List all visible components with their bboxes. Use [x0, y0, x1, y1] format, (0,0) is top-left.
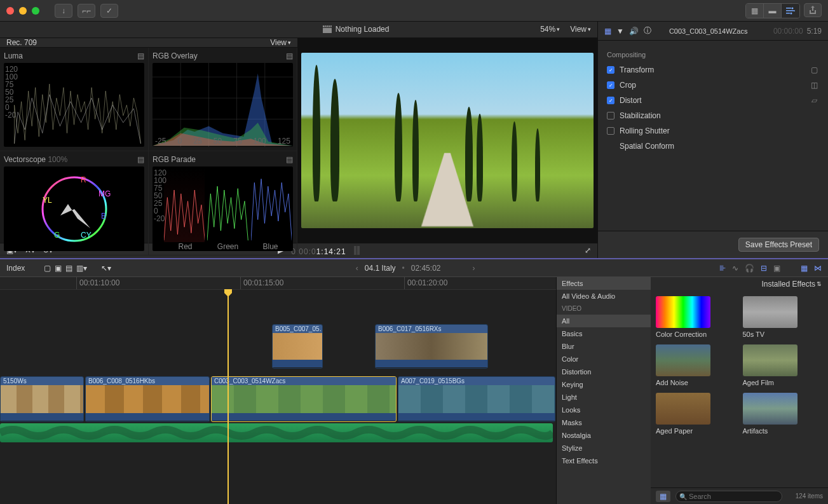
svg-point-3	[792, 7, 794, 9]
save-effects-preset-button[interactable]: Save Effects Preset	[738, 238, 819, 252]
inspector-row-stabilization[interactable]: Stabilization	[607, 108, 819, 123]
view-dropdown[interactable]: View ▾	[570, 25, 591, 34]
playhead[interactable]	[227, 290, 229, 504]
share-button[interactable]	[804, 3, 822, 17]
audio-meter-icon	[354, 246, 360, 255]
svg-text:CY: CY	[81, 231, 92, 240]
vector-title: Vectorscope	[4, 155, 46, 164]
primary-clip-2[interactable]: B006_C008_0516HKbs	[85, 376, 210, 422]
tl-opt-fx[interactable]: ▦	[801, 264, 808, 273]
primary-clip-1[interactable]: 5150Ws	[0, 376, 84, 422]
crop-icon[interactable]: ◫	[809, 81, 819, 90]
clapper-icon	[323, 25, 332, 33]
connected-clip-2[interactable]: B006_C017_0516RXs	[375, 324, 488, 369]
transform-icon[interactable]: ▢	[809, 65, 819, 74]
fx-cat-blur[interactable]: Blur	[557, 340, 651, 353]
primary-clip-4[interactable]: A007_C019_0515BGs	[398, 376, 555, 422]
inspector-audio-tab[interactable]: 🔊	[629, 27, 639, 36]
fx-item-aged-film[interactable]: Aged Film	[743, 344, 824, 386]
inspector-row-transform[interactable]: ✓ Transform ▢	[607, 62, 819, 78]
tl-layout-3[interactable]: ▤	[65, 264, 72, 273]
fx-cat-masks[interactable]: Masks	[557, 416, 651, 429]
tl-opt-trans[interactable]: ⋈	[814, 264, 822, 273]
fx-cat-nostalgia[interactable]: Nostalgia	[557, 429, 651, 442]
timeline-index-button[interactable]: Index	[6, 264, 25, 273]
inspector-row-crop[interactable]: ✓ Crop ◫	[607, 78, 819, 93]
inspector-row-rolling-shutter[interactable]: Rolling Shutter	[607, 123, 819, 139]
timeline-tracks[interactable]: B005_C007_05… B006_C017_0516RXs 5150Ws B…	[0, 290, 556, 504]
fx-item-artifacts[interactable]: Artifacts	[743, 393, 824, 435]
fx-cat-video: VIDEO	[557, 303, 651, 315]
inspector-filter-tab[interactable]: ▼	[616, 27, 624, 36]
tl-opt-3[interactable]: 🎧	[745, 264, 754, 273]
fx-item-50s-tv[interactable]: 50s TV	[743, 296, 824, 338]
tl-layout-1[interactable]: ▢	[44, 264, 51, 273]
minimize-window-button[interactable]	[19, 7, 27, 15]
fx-cat-all-video-audio[interactable]: All Video & Audio	[557, 290, 651, 303]
fx-cat-keying[interactable]: Keying	[557, 378, 651, 391]
inspector-info-tab[interactable]: ⓘ	[644, 25, 651, 36]
viewer-canvas-area[interactable]	[297, 38, 597, 243]
fx-item-add-noise[interactable]: Add Noise	[656, 344, 736, 386]
arrow-tool[interactable]: ↖▾	[101, 264, 111, 273]
tl-layout-2[interactable]: ▣	[55, 264, 62, 273]
maximize-window-button[interactable]	[32, 7, 39, 15]
tl-opt-4[interactable]: ⊟	[761, 264, 767, 273]
keyword-button[interactable]: ⌐⌐	[78, 4, 95, 18]
import-button[interactable]: ↓	[55, 4, 72, 18]
tl-layout-4[interactable]: ▥▾	[76, 264, 87, 273]
audio-track[interactable]	[0, 423, 553, 442]
svg-text:R: R	[81, 175, 86, 184]
rolling-shutter-checkbox[interactable]	[607, 127, 614, 135]
transform-checkbox[interactable]: ✓	[607, 66, 614, 74]
distort-icon[interactable]: ▱	[809, 96, 819, 105]
tl-opt-5[interactable]: ▣	[773, 264, 780, 273]
titlebar: ↓ ⌐⌐ ✓ ▦ ▬	[0, 0, 828, 22]
inspector-tc: 5:19	[807, 27, 822, 36]
fx-cat-color[interactable]: Color	[557, 353, 651, 365]
timeline-ruler[interactable]: 00:01:10:0000:01:15:0000:01:20:00	[0, 277, 556, 290]
fx-cat-basics[interactable]: Basics	[557, 327, 651, 340]
fx-cat-looks[interactable]: Looks	[557, 404, 651, 416]
inspector-video-tab[interactable]: ▦	[604, 27, 611, 36]
svg-text:G: G	[54, 231, 60, 240]
scope-settings-icon[interactable]: ▤	[286, 51, 293, 60]
project-next[interactable]: ›	[472, 264, 475, 273]
fx-cat-stylize[interactable]: Stylize	[557, 442, 651, 454]
inspector-row-distort[interactable]: ✓ Distort ▱	[607, 93, 819, 108]
project-prev[interactable]: ‹	[356, 264, 358, 273]
tl-opt-2[interactable]: ∿	[732, 264, 738, 273]
fullscreen-button[interactable]: ⤢	[585, 246, 591, 255]
scope-settings-icon[interactable]: ▤	[137, 155, 144, 164]
fx-cat-light[interactable]: Light	[557, 391, 651, 404]
inspector-section-compositing: Compositing	[607, 47, 819, 62]
tl-opt-1[interactable]: ⊪	[719, 264, 726, 273]
fx-view-mode[interactable]: ▦	[656, 491, 670, 502]
fx-cat-all[interactable]: All	[557, 315, 651, 327]
primary-clip-3[interactable]: C003_C003_0514WZacs	[211, 376, 397, 422]
fx-cat-text-effects[interactable]: Text Effects	[557, 454, 651, 467]
layout-browser-button[interactable]: ▦	[746, 4, 764, 18]
distort-checkbox[interactable]: ✓	[607, 97, 614, 104]
crop-checkbox[interactable]: ✓	[607, 81, 614, 89]
scopes-view-dropdown[interactable]: View ▾	[270, 38, 291, 47]
stabilization-checkbox[interactable]	[607, 112, 614, 119]
fx-item-aged-paper[interactable]: Aged Paper	[656, 393, 736, 435]
bg-tasks-button[interactable]: ✓	[100, 4, 118, 18]
luma-title: Luma	[4, 51, 23, 60]
vectorscope: Vectorscope 100%▤ R MG B CY	[0, 151, 149, 255]
fx-cat-distortion[interactable]: Distortion	[557, 365, 651, 378]
close-window-button[interactable]	[6, 7, 14, 15]
scope-settings-icon[interactable]: ▤	[137, 51, 144, 60]
inspector-row-spatial-conform[interactable]: Spatial Conform	[607, 139, 819, 154]
zoom-dropdown[interactable]: 54% ▾	[540, 25, 560, 34]
fx-item-color-correction[interactable]: Color Correction	[656, 296, 736, 338]
installed-effects-dropdown[interactable]: Installed Effects⇅	[762, 280, 822, 289]
effects-search-input[interactable]	[675, 491, 782, 502]
scope-settings-icon[interactable]: ▤	[286, 155, 293, 164]
layout-timeline-button[interactable]: ▬	[764, 4, 782, 18]
effects-header: Effects	[557, 277, 651, 290]
connected-clip-1[interactable]: B005_C007_05…	[272, 324, 323, 369]
layout-inspector-button[interactable]	[782, 4, 799, 18]
effects-count: 124 items	[796, 493, 823, 500]
